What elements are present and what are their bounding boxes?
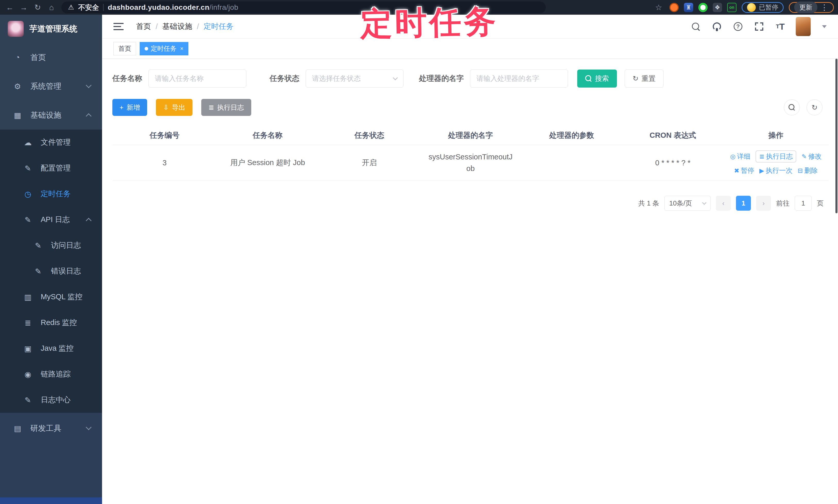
job-params-cell	[521, 145, 623, 181]
reload-icon[interactable]: ↻	[32, 2, 43, 13]
export-button[interactable]: ⇩ 导出	[156, 99, 192, 116]
timer-icon: ◷	[23, 190, 33, 199]
extension-puzzle-icon[interactable]: ❖	[713, 3, 722, 12]
filter-form: 任务名称 任务状态 请选择任务状态 处理器的名字 搜索 ↻	[112, 70, 829, 88]
sidebar-item-dev-tools[interactable]: ▤ 研发工具	[0, 414, 102, 443]
sidebar-item-mysql-monitor[interactable]: ▥ MySQL 监控	[0, 284, 102, 310]
breadcrumb-current[interactable]: 定时任务	[204, 21, 233, 32]
extensions-area: ☆ ♜ ❖ on 已暂停 更新 ⋮	[653, 2, 834, 13]
sidebar-item-java-monitor[interactable]: ▣ Java 监控	[0, 336, 102, 361]
close-icon[interactable]: ×	[180, 45, 184, 52]
breadcrumb: 首页 / 基础设施 / 定时任务	[136, 21, 233, 32]
goto-label: 前往	[776, 199, 789, 208]
table-toolbar: + 新增 ⇩ 导出 ≣ 执行日志 ↻	[112, 99, 829, 116]
sidebar-item-config-management[interactable]: ✎ 配置管理	[0, 155, 102, 181]
url-domain: dashboard.yudao.iocoder.cn	[108, 3, 209, 11]
sidebar-item-infrastructure[interactable]: ▦ 基础设施	[0, 101, 102, 129]
pause-icon: ✖	[734, 167, 739, 174]
fullscreen-icon[interactable]	[753, 21, 765, 32]
job-handler-cell: sysUserSessionTimeoutJob	[420, 145, 521, 181]
address-bar[interactable]: ⚠ 不安全 dashboard.yudao.iocoder.cn/infra/j…	[61, 2, 546, 13]
run-once-link[interactable]: ▶执行一次	[760, 166, 792, 175]
breadcrumb-infrastructure[interactable]: 基础设施	[162, 21, 192, 32]
show-search-button[interactable]	[784, 100, 800, 115]
extension-orange-icon[interactable]	[669, 3, 679, 12]
font-size-icon[interactable]: TT	[774, 21, 786, 32]
handler-name-input[interactable]	[470, 70, 568, 88]
task-name-label: 任务名称	[112, 73, 142, 84]
extension-on-badge[interactable]: on	[727, 3, 736, 12]
home-icon[interactable]: ⌂	[46, 2, 57, 13]
user-avatar[interactable]	[796, 17, 811, 36]
extension-green-icon[interactable]	[698, 3, 708, 12]
breadcrumb-home[interactable]: 首页	[136, 21, 151, 32]
goto-page-input[interactable]	[795, 196, 812, 211]
exec-log-button[interactable]: ≣ 执行日志	[201, 99, 251, 116]
reset-button[interactable]: ↻ 重置	[625, 70, 664, 88]
sidebar-toggle-icon[interactable]	[114, 23, 124, 30]
job-id-cell: 3	[112, 145, 217, 181]
trash-icon: ⊟	[798, 167, 803, 174]
tag-home[interactable]: 首页	[114, 42, 136, 55]
chevron-down-icon	[86, 425, 92, 430]
cloud-upload-icon: ☁	[23, 138, 33, 147]
tags-bar: 首页 定时任务 ×	[102, 39, 838, 59]
logo-image	[8, 21, 24, 37]
profile-paused-chip[interactable]: 已暂停	[741, 2, 784, 13]
sidebar-item-system-management[interactable]: ⚙ 系统管理	[0, 72, 102, 101]
page-size-select[interactable]: 10条/页	[664, 196, 711, 211]
play-icon: ▶	[760, 167, 764, 174]
dashboard-icon: ◔	[12, 53, 23, 62]
layers-icon: ≣	[23, 318, 33, 327]
delete-link[interactable]: ⊟删除	[798, 166, 818, 175]
sidebar: 芋道管理系统 ◔ 首页 ⚙ 系统管理 ▦ 基础设施 ☁ 文件管理	[0, 15, 102, 504]
add-button[interactable]: + 新增	[112, 99, 147, 116]
prev-page-button[interactable]: ‹	[716, 196, 731, 211]
task-name-input[interactable]	[149, 70, 246, 88]
log-center-icon: ✎	[23, 396, 33, 404]
tag-scheduled-tasks[interactable]: 定时任务 ×	[140, 42, 188, 55]
sidebar-lower-section: ▤ 研发工具	[0, 413, 102, 504]
refresh-button[interactable]: ↻	[806, 100, 823, 115]
pause-link[interactable]: ✖暂停	[734, 166, 754, 175]
table-header-row: 任务编号 任务名称 任务状态 处理器的名字 处理器的参数 CRON 表达式 操作	[112, 126, 829, 145]
bookmark-star-icon[interactable]: ☆	[653, 2, 664, 13]
column-header: 处理器的名字	[420, 126, 521, 145]
next-page-button[interactable]: ›	[756, 196, 771, 211]
sidebar-item-file-management[interactable]: ☁ 文件管理	[0, 129, 102, 155]
monitor-icon: ▣	[23, 344, 33, 353]
chevron-down-icon	[393, 75, 398, 80]
table-row[interactable]: 3 用户 Session 超时 Job 开启 sysUserSessionTim…	[112, 145, 829, 181]
row-exec-log-link[interactable]: ≣执行日志	[755, 150, 796, 162]
help-icon[interactable]: ?	[732, 21, 744, 32]
main-area: 首页 / 基础设施 / 定时任务 ? TT 首页	[102, 15, 838, 504]
github-icon[interactable]	[711, 21, 722, 32]
sidebar-item-redis-monitor[interactable]: ≣ Redis 监控	[0, 310, 102, 336]
sidebar-item-access-logs[interactable]: ✎ 访问日志	[0, 233, 102, 258]
sidebar-item-trace[interactable]: ◉ 链路追踪	[0, 361, 102, 387]
sidebar-item-api-logs[interactable]: ✎ API 日志	[0, 207, 102, 233]
extension-trophy-icon[interactable]: ♜	[684, 3, 693, 12]
update-button[interactable]: 更新	[794, 2, 817, 13]
update-chip[interactable]: 更新 ⋮	[789, 2, 834, 13]
search-button[interactable]: 搜索	[577, 70, 617, 88]
job-status-cell: 开启	[318, 145, 420, 181]
detail-link[interactable]: ◎详细	[730, 152, 750, 161]
sidebar-item-error-logs[interactable]: ✎ 错误日志	[0, 258, 102, 284]
back-icon[interactable]: ←	[4, 2, 15, 13]
not-secure-icon: ⚠	[68, 3, 74, 11]
sidebar-item-home[interactable]: ◔ 首页	[0, 43, 102, 72]
task-status-select[interactable]: 请选择任务状态	[305, 70, 404, 88]
search-icon[interactable]	[690, 21, 701, 32]
total-count: 共 1 条	[638, 199, 659, 208]
browser-menu-icon[interactable]: ⋮	[820, 3, 828, 12]
logo-row[interactable]: 芋道管理系统	[0, 15, 102, 43]
current-page-button[interactable]: 1	[736, 196, 751, 211]
forward-icon[interactable]: →	[18, 2, 29, 13]
sidebar-item-log-center[interactable]: ✎ 日志中心	[0, 387, 102, 413]
modify-link[interactable]: ✎修改	[801, 152, 821, 161]
column-header: 任务状态	[318, 126, 420, 145]
avatar-caret-icon[interactable]	[822, 25, 827, 28]
scrollbar[interactable]	[835, 59, 837, 213]
sidebar-item-scheduled-tasks[interactable]: ◷ 定时任务	[0, 181, 102, 207]
